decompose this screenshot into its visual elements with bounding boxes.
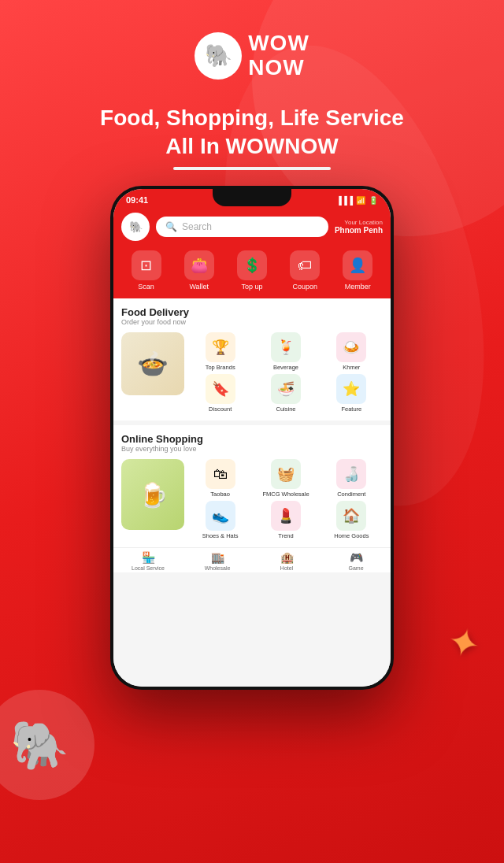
quick-actions: ⊡ Scan 👛 Wallet 💲 Top up 🏷 Coupon 👤 xyxy=(113,247,391,298)
phone-frame: 09:41 ▐▐▐ 📶 🔋 🐘 🔍 Search Your Location P… xyxy=(110,186,394,690)
tagline-line1: Food, Shopping, Life Service xyxy=(100,104,404,132)
wallet-icon: 👛 xyxy=(184,250,214,280)
status-bar: 09:41 ▐▐▐ 📶 🔋 xyxy=(113,189,391,208)
phone-screen: 09:41 ▐▐▐ 📶 🔋 🐘 🔍 Search Your Location P… xyxy=(113,189,391,687)
discount-icon: 🔖 xyxy=(206,374,235,404)
cuisine-label: Cuisine xyxy=(276,406,295,413)
qa-coupon[interactable]: 🏷 Coupon xyxy=(290,250,320,291)
category-shoes-hats[interactable]: 👟 Shoes & Hats xyxy=(189,501,251,539)
member-icon: 👤 xyxy=(343,250,372,280)
tab-local-service[interactable]: 🏪 Local Service xyxy=(113,551,183,571)
category-condiment[interactable]: 🍶 Condiment xyxy=(321,459,383,498)
shoes-hats-label: Shoes & Hats xyxy=(202,532,239,539)
category-fmcg[interactable]: 🧺 FMCG Wholesale xyxy=(254,459,317,498)
coupon-icon: 🏷 xyxy=(290,250,320,280)
category-cuisine[interactable]: 🍜 Cuisine xyxy=(254,374,317,413)
qa-topup-label: Top up xyxy=(241,283,262,291)
category-feature[interactable]: ⭐ Feature xyxy=(321,374,383,413)
online-shopping-title: Online Shopping xyxy=(121,433,383,445)
wifi-icon: 📶 xyxy=(356,196,365,205)
fmcg-label: FMCG Wholesale xyxy=(262,491,309,498)
top-brands-icon: 🏆 xyxy=(206,332,235,362)
logo-text: WOW NOW xyxy=(248,31,309,80)
khmer-icon: 🍛 xyxy=(336,332,366,362)
category-taobao[interactable]: 🛍 Taobao xyxy=(189,459,251,498)
khmer-label: Khmer xyxy=(343,364,360,371)
category-beverage[interactable]: 🍹 Beverage xyxy=(254,332,317,371)
local-service-label: Local Service xyxy=(132,565,165,571)
shoes-hats-icon: 👟 xyxy=(206,501,235,531)
wholesale-label: Wholesale xyxy=(205,565,231,571)
game-label: Game xyxy=(348,565,363,571)
local-service-icon: 🏪 xyxy=(142,551,155,564)
game-icon: 🎮 xyxy=(350,551,363,564)
food-image: 🍲 xyxy=(121,332,184,395)
beverage-label: Beverage xyxy=(273,364,298,371)
online-shopping-section: Online Shopping Buy everything you love … xyxy=(113,425,391,547)
app-logo-small: 🐘 xyxy=(121,213,150,241)
top-brands-label: Top Brands xyxy=(206,364,235,371)
discount-label: Discount xyxy=(209,406,232,413)
search-icon: 🔍 xyxy=(165,221,177,232)
beer-image: 🍺 xyxy=(121,459,184,530)
hotel-icon: 🏨 xyxy=(280,551,294,564)
feature-icon: ⭐ xyxy=(336,374,366,404)
qa-wallet-label: Wallet xyxy=(189,283,209,291)
qa-topup[interactable]: 💲 Top up xyxy=(237,250,267,291)
food-categories-grid: 🏆 Top Brands 🍹 Beverage 🍛 Khmer xyxy=(189,332,383,413)
qa-member[interactable]: 👤 Member xyxy=(343,250,372,291)
topup-icon: 💲 xyxy=(237,250,267,280)
condiment-icon: 🍶 xyxy=(336,459,366,489)
battery-icon: 🔋 xyxy=(369,196,378,205)
category-top-brands[interactable]: 🏆 Top Brands xyxy=(189,332,251,371)
tagline-line2: All In WOWNOW xyxy=(100,132,404,161)
hotel-label: Hotel xyxy=(280,565,293,571)
location-label: Your Location xyxy=(335,219,383,226)
food-delivery-sub: Order your food now xyxy=(121,318,383,326)
qa-wallet[interactable]: 👛 Wallet xyxy=(184,250,214,291)
tab-wholesale[interactable]: 🏬 Wholesale xyxy=(183,551,252,571)
qa-member-label: Member xyxy=(345,283,371,291)
fmcg-icon: 🧺 xyxy=(271,459,301,489)
phone-mockup: 09:41 ▐▐▐ 📶 🔋 🐘 🔍 Search Your Location P… xyxy=(0,186,504,690)
search-placeholder: Search xyxy=(182,221,212,232)
online-shopping-body: 🍺 🛍 Taobao 🧺 FMCG Wholesale � xyxy=(121,459,383,539)
home-goods-label: Home Goods xyxy=(334,532,369,539)
bottom-tabs: 🏪 Local Service 🏬 Wholesale 🏨 Hotel 🎮 Ga… xyxy=(113,547,391,572)
tab-hotel[interactable]: 🏨 Hotel xyxy=(252,551,321,571)
tagline-underline xyxy=(173,167,331,170)
category-home-goods[interactable]: 🏠 Home Goods xyxy=(321,501,383,539)
food-delivery-body: 🍲 🏆 Top Brands 🍹 Beverage 🍛 xyxy=(121,332,383,413)
food-delivery-title: Food Delivery xyxy=(121,306,383,318)
signal-icon: ▐▐▐ xyxy=(336,196,353,205)
logo-area: 🐘 WOW NOW xyxy=(195,31,309,80)
app-top-bar: 🐘 🔍 Search Your Location Phnom Penh xyxy=(113,208,391,247)
location-area: Your Location Phnom Penh xyxy=(335,219,383,235)
taobao-label: Taobao xyxy=(210,491,230,498)
logo-icon: 🐘 xyxy=(195,32,242,80)
category-khmer[interactable]: 🍛 Khmer xyxy=(321,332,383,371)
shop-categories-grid: 🛍 Taobao 🧺 FMCG Wholesale 🍶 Condiment xyxy=(189,459,383,539)
trend-icon: 💄 xyxy=(271,501,301,531)
scan-icon: ⊡ xyxy=(132,250,161,280)
trend-label: Trend xyxy=(278,532,293,539)
app-header-area: 🐘 WOW NOW Food, Shopping, Life Service A… xyxy=(0,0,504,170)
taobao-icon: 🛍 xyxy=(206,459,235,489)
cuisine-icon: 🍜 xyxy=(271,374,301,404)
tagline: Food, Shopping, Life Service All In WOWN… xyxy=(84,104,420,171)
condiment-label: Condiment xyxy=(337,491,365,498)
status-time: 09:41 xyxy=(126,195,148,205)
home-goods-icon: 🏠 xyxy=(336,501,366,531)
tab-game[interactable]: 🎮 Game xyxy=(321,551,391,571)
qa-scan[interactable]: ⊡ Scan xyxy=(132,250,161,291)
location-name: Phnom Penh xyxy=(335,226,383,235)
wholesale-icon: 🏬 xyxy=(211,551,224,564)
feature-label: Feature xyxy=(341,406,361,413)
category-trend[interactable]: 💄 Trend xyxy=(254,501,317,539)
food-delivery-section: Food Delivery Order your food now 🍲 🏆 To… xyxy=(113,298,391,420)
notch xyxy=(213,189,291,206)
category-discount[interactable]: 🔖 Discount xyxy=(189,374,251,413)
search-bar[interactable]: 🔍 Search xyxy=(156,217,328,237)
beverage-icon: 🍹 xyxy=(271,332,301,362)
status-icons: ▐▐▐ 📶 🔋 xyxy=(336,196,378,205)
